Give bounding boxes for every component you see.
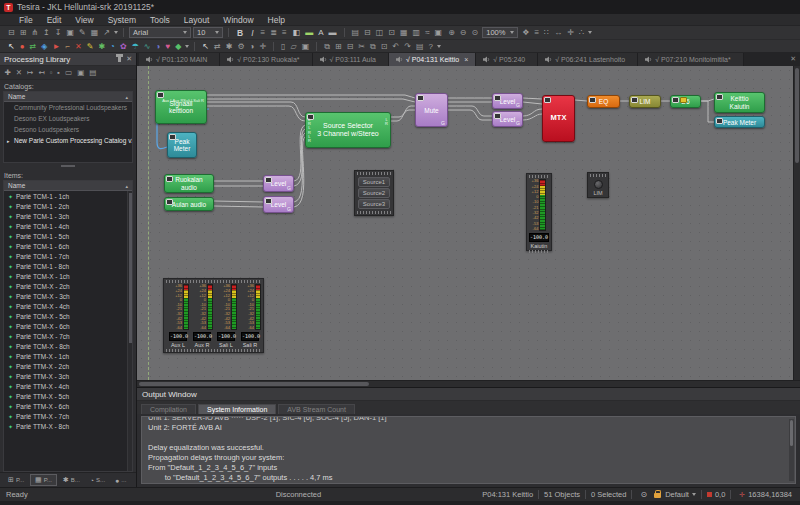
chevron-down-icon[interactable] bbox=[692, 493, 696, 496]
filter-tool-icon[interactable]: ⌐ bbox=[63, 41, 72, 52]
library-item-row[interactable]: ✦ Parlé TCM-X - 1ch bbox=[4, 271, 132, 281]
library-item-row[interactable]: ✦ Parlé TCM-X - 3ch bbox=[4, 291, 132, 301]
layer-select[interactable]: Default bbox=[665, 490, 689, 499]
document-tab[interactable]: √ P01:120 MAIN bbox=[139, 53, 220, 66]
specialty-tool-icon[interactable]: ◑ bbox=[154, 41, 163, 52]
generator-tool-icon[interactable]: ☂ bbox=[130, 41, 141, 52]
source-button[interactable]: Source1 bbox=[358, 177, 390, 187]
block-keittio-kaiutin[interactable]: Keittio Kaiutin bbox=[714, 92, 765, 113]
block-level-3[interactable]: Level G bbox=[492, 93, 523, 109]
edit-tool-icon[interactable]: ✎ bbox=[77, 27, 88, 38]
unlink-icon[interactable]: ⊟ bbox=[345, 41, 356, 52]
help-icon[interactable]: ? bbox=[426, 41, 434, 52]
select-tool-icon[interactable]: ↖ bbox=[6, 41, 17, 52]
library-item-row[interactable]: ✦ Parlé TCM-1 - 4ch bbox=[4, 221, 132, 231]
design-canvas[interactable]: Signaali keittioon Aux LAux RSali LSali … bbox=[137, 66, 793, 380]
library-item-row[interactable]: ✦ Parlé TTM-X - 6ch bbox=[4, 401, 132, 411]
dock-tab-processing-workspace[interactable]: ⊞P... bbox=[4, 475, 28, 485]
undo-icon[interactable]: ↶ bbox=[390, 41, 401, 52]
meter-tool-icon[interactable]: ✿ bbox=[118, 41, 129, 52]
control-tool-icon[interactable]: ◔ bbox=[108, 41, 117, 52]
library-item-row[interactable]: ✦ Parlé TCM-1 - 7ch bbox=[4, 251, 132, 261]
catalog-row[interactable]: ▸ New Parlé Custom Processing Catalog v2… bbox=[4, 135, 132, 146]
console-scrollbar[interactable] bbox=[789, 419, 794, 481]
menu-item[interactable]: System bbox=[101, 15, 143, 25]
zoom-level-select[interactable]: 100% bbox=[482, 27, 518, 38]
catalog-row[interactable]: Desono Loudspeakers bbox=[4, 124, 132, 135]
canvas-vertical-scrollbar[interactable] bbox=[793, 66, 800, 380]
tile-view-icon[interactable]: ◫ bbox=[374, 27, 386, 38]
visibility-icon[interactable]: ⊙ bbox=[640, 490, 647, 499]
library-item-row[interactable]: ✦ Parlé TCM-X - 6ch bbox=[4, 321, 132, 331]
menu-item[interactable]: View bbox=[68, 15, 100, 25]
library-item-row[interactable]: ✦ Parlé TCM-X - 5ch bbox=[4, 311, 132, 321]
gain-up-icon[interactable]: ↥ bbox=[41, 27, 52, 38]
snap-grid-icon[interactable]: ⊡ bbox=[386, 27, 397, 38]
unlock-icon[interactable] bbox=[654, 493, 661, 498]
align-right-icon[interactable]: ≡ bbox=[280, 27, 289, 38]
save-file-icon[interactable]: ▣ bbox=[300, 41, 312, 52]
align-left-icon[interactable]: ≡ bbox=[259, 27, 268, 38]
library-item-row[interactable]: ✦ Parlé TTM-X - 2ch bbox=[4, 361, 132, 371]
align-center-icon[interactable]: ≣ bbox=[268, 27, 279, 38]
menu-item[interactable]: Edit bbox=[40, 15, 69, 25]
document-tab[interactable]: √ P04:131 Keittio × bbox=[389, 53, 476, 66]
large-icon-view-icon[interactable]: ▪ bbox=[56, 67, 62, 78]
library-item-row[interactable]: ✦ Parlé TCM-1 - 1ch bbox=[4, 191, 132, 201]
document-tab[interactable]: √ P03:111 Aula bbox=[313, 53, 389, 66]
draw-select-tool-icon[interactable]: ↖ bbox=[200, 41, 211, 52]
properties-icon[interactable]: ▣ bbox=[433, 27, 445, 38]
wave-view-icon[interactable]: ≈ bbox=[423, 27, 431, 38]
zoom-fit-icon[interactable]: ⊙ bbox=[470, 27, 481, 38]
font-family-select[interactable]: Arial bbox=[129, 27, 191, 38]
block-level-1[interactable]: Level G bbox=[263, 175, 294, 192]
pin-icon[interactable] bbox=[118, 56, 121, 62]
drag-handle[interactable] bbox=[166, 349, 261, 352]
drag-handle[interactable] bbox=[357, 211, 391, 214]
safety-icon[interactable]: ▣ bbox=[65, 27, 77, 38]
meter-control-group[interactable]: +36+24+120-10-21-32-42-53-64 -100.0 Aux … bbox=[163, 278, 264, 353]
signal-flow-icon[interactable]: ⋔ bbox=[29, 27, 40, 38]
dynamics-tool-icon[interactable]: ✎ bbox=[85, 41, 96, 52]
meter-control-kaiutin[interactable]: +36+24+120-10-21-32-42-53-64 -100.0 Kaiu… bbox=[526, 173, 552, 251]
block-peak-meter-1[interactable]: Peak Meter bbox=[167, 132, 197, 158]
logic-tool-icon[interactable]: ∿ bbox=[142, 41, 153, 52]
dock-tab-system-view[interactable]: ◔S... bbox=[86, 476, 109, 485]
print-icon[interactable]: ▤ bbox=[414, 41, 426, 52]
align-objects-icon[interactable]: ❖ bbox=[520, 27, 531, 38]
import-catalog-icon[interactable]: ↦ bbox=[26, 67, 35, 78]
chevron-down-icon[interactable] bbox=[588, 31, 592, 34]
source-button[interactable]: Source2 bbox=[358, 188, 390, 198]
new-file-icon[interactable]: ▯ bbox=[279, 41, 287, 52]
fill-color-icon[interactable]: ◧ bbox=[291, 27, 303, 38]
crossover-tool-icon[interactable]: ✕ bbox=[73, 41, 84, 52]
grid-table-icon[interactable]: ▦ bbox=[89, 27, 101, 38]
library-item-row[interactable]: ✦ Parlé TCM-X - 2ch bbox=[4, 281, 132, 291]
dock-tab-object-browser[interactable]: ✱B... bbox=[59, 475, 84, 485]
items-scrollbar[interactable] bbox=[127, 191, 132, 471]
block-mtx[interactable]: MTX bbox=[542, 95, 575, 142]
scrollbar-thumb[interactable] bbox=[795, 68, 799, 163]
delete-item-icon[interactable]: ✕ bbox=[14, 67, 23, 78]
dock-tab-layers[interactable]: ●... bbox=[111, 476, 130, 485]
scrollbar-thumb[interactable] bbox=[790, 420, 793, 446]
drag-handle[interactable] bbox=[357, 172, 391, 175]
split-view-icon[interactable]: ⊟ bbox=[362, 27, 373, 38]
crosshair-tool-icon[interactable]: ✛ bbox=[257, 41, 268, 52]
dock-tab-processing-library[interactable]: ▦P... bbox=[30, 474, 57, 486]
block-level-4[interactable]: Level G bbox=[492, 111, 523, 127]
shape-draw-tool-icon[interactable]: ✱ bbox=[224, 41, 235, 52]
redo-icon[interactable]: ↷ bbox=[402, 41, 413, 52]
catalog-row[interactable]: Desono EX Loudspeakers bbox=[4, 113, 132, 124]
output-tab[interactable]: System Information bbox=[198, 404, 276, 414]
block-eq[interactable]: EQ bbox=[587, 95, 620, 108]
chevron-down-icon[interactable] bbox=[185, 45, 189, 48]
library-item-row[interactable]: ✦ Parlé TCM-1 - 3ch bbox=[4, 211, 132, 221]
text-draw-tool-icon[interactable]: ⇄ bbox=[212, 41, 223, 52]
document-tab[interactable]: √ P02:130 Ruokala* bbox=[220, 53, 312, 66]
block-d6[interactable]: D6 bbox=[670, 95, 701, 108]
close-icon[interactable]: ✕ bbox=[126, 55, 132, 63]
ruler-icon[interactable]: ▥ bbox=[411, 27, 423, 38]
list-view-icon[interactable]: ▭ bbox=[64, 67, 74, 78]
library-item-row[interactable]: ✦ Parlé TCM-1 - 8ch bbox=[4, 261, 132, 271]
